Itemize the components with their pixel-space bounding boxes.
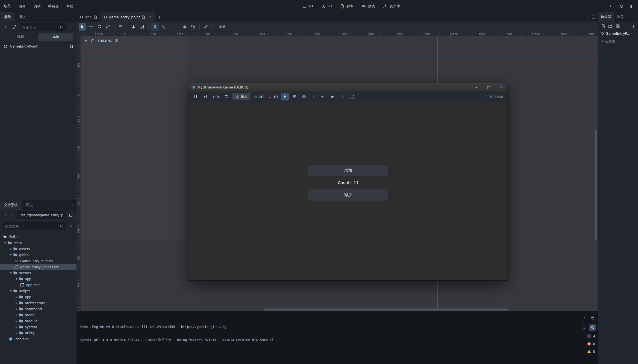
- workspace-3d-button[interactable]: 3D: [318, 3, 335, 10]
- close-tab-icon[interactable]: ×: [149, 15, 152, 19]
- fs-item[interactable]: ▶module: [0, 318, 76, 324]
- snap-options-icon[interactable]: [168, 23, 176, 31]
- nav-back-button[interactable]: ‹: [2, 212, 8, 218]
- remote-deploy-icon[interactable]: [610, 4, 615, 8]
- fs-item[interactable]: ▶model: [0, 312, 76, 318]
- errors-badge[interactable]: 0: [587, 342, 596, 346]
- add-node-button[interactable]: [2, 23, 9, 31]
- fs-item[interactable]: 收藏：: [0, 234, 76, 240]
- tab-filesystem[interactable]: 文件系统: [0, 200, 22, 210]
- move-tool-button[interactable]: [87, 23, 95, 31]
- dock-menu-icon[interactable]: [630, 12, 638, 22]
- file-filter-input[interactable]: [4, 224, 58, 229]
- camera-override-icon[interactable]: [329, 93, 336, 100]
- expand-arrow-icon[interactable]: ▶: [14, 332, 19, 334]
- menu-scene[interactable]: 场景: [0, 0, 15, 12]
- collapse-arrow-icon[interactable]: ▼: [8, 290, 13, 292]
- fs-item[interactable]: ▶utility: [0, 330, 76, 336]
- workspace-script-button[interactable]: 脚本: [337, 2, 356, 10]
- menu-project[interactable]: 项目: [15, 0, 29, 12]
- zoom-out-button[interactable]: [91, 39, 94, 43]
- center-view-icon[interactable]: [84, 39, 88, 43]
- group-node-button[interactable]: [189, 23, 197, 31]
- remote-toggle[interactable]: 远程: [3, 33, 38, 41]
- scene-tab-game-entry-point[interactable]: game_entry_point ×: [101, 12, 155, 22]
- fs-item[interactable]: ▶architecture: [0, 300, 76, 306]
- pause-icon[interactable]: [629, 4, 633, 8]
- game-window-titlebar[interactable]: MyGFrameworkGame (DEBUG) – □ ×: [189, 83, 507, 91]
- messages-badge[interactable]: 4: [587, 334, 596, 338]
- viewport-canvas[interactable]: 100.0 % MyGFrameworkGame (DEBUG) – □ × 1…: [81, 36, 598, 311]
- property-filter-row[interactable]: 筛选属性: [600, 38, 636, 45]
- warnings-badge[interactable]: 0: [587, 349, 596, 354]
- expand-arrow-icon[interactable]: ▶: [8, 248, 13, 250]
- filter-messages-icon[interactable]: [581, 324, 587, 331]
- instance-scene-button[interactable]: [11, 23, 18, 31]
- expand-arrow-icon[interactable]: ▶: [14, 314, 19, 316]
- tab-inspector[interactable]: 检查器: [598, 12, 614, 22]
- save-log-icon[interactable]: [581, 315, 587, 321]
- pan-tool-button[interactable]: [130, 23, 137, 31]
- skeleton-options-button[interactable]: [202, 23, 210, 31]
- expand-arrow-icon[interactable]: ▶: [14, 326, 19, 328]
- collapse-arrow-icon[interactable]: ▼: [8, 254, 13, 256]
- grid-snap-button[interactable]: [160, 23, 167, 31]
- resource-options-icon[interactable]: [632, 25, 635, 28]
- view-menu-button[interactable]: 视图: [215, 23, 228, 31]
- canvas-vscrollbar[interactable]: [595, 36, 598, 311]
- reload-icon[interactable]: [619, 4, 624, 8]
- hscroll-thumb[interactable]: [264, 309, 509, 310]
- tab-list-menu-icon[interactable]: [587, 15, 590, 19]
- fs-item[interactable]: ▶app: [0, 294, 76, 300]
- suspend-button[interactable]: [192, 93, 199, 100]
- collapse-arrow-icon[interactable]: ▼: [8, 272, 13, 274]
- time-scale-label[interactable]: 1.0x: [211, 95, 221, 99]
- fs-item[interactable]: ▼scripts: [0, 288, 76, 294]
- ruler-tool-button[interactable]: [138, 23, 146, 31]
- camera-2d-toggle[interactable]: 2D: [252, 95, 265, 99]
- expand-arrow-icon[interactable]: ▶: [14, 296, 19, 298]
- select-list-icon[interactable]: [291, 93, 298, 100]
- input-mode-toggle[interactable]: 输入: [232, 93, 250, 100]
- workspace-game-button[interactable]: 游戏: [359, 2, 378, 10]
- tab-signals[interactable]: 信号: [614, 12, 626, 22]
- nav-forward-button[interactable]: ›: [10, 212, 16, 218]
- select-tool-button[interactable]: [79, 23, 86, 31]
- collapse-arrow-icon[interactable]: ▼: [14, 278, 19, 280]
- scale-tool-button[interactable]: [104, 23, 112, 31]
- fs-item[interactable]: game_entry_point.tscn: [0, 264, 76, 270]
- camera-options-icon[interactable]: [338, 93, 346, 100]
- scene-tree-menu-icon[interactable]: [67, 23, 74, 31]
- fs-item[interactable]: ▼global: [0, 252, 76, 258]
- workspace-2d-button[interactable]: 2D: [299, 3, 316, 10]
- distraction-free-icon[interactable]: [592, 15, 595, 19]
- fs-item[interactable]: ▼app: [0, 276, 76, 282]
- fs-item[interactable]: icon.svg: [0, 336, 76, 342]
- camera-3d-toggle[interactable]: 3D: [267, 95, 279, 99]
- current-path-input[interactable]: [20, 213, 63, 217]
- expand-arrow-icon[interactable]: ▶: [14, 320, 19, 322]
- pick-mode-button[interactable]: [281, 93, 289, 100]
- fs-item[interactable]: ▶system: [0, 324, 76, 330]
- scene-tree-root-node[interactable]: GameEntryPoint: [0, 42, 76, 50]
- lock-node-button[interactable]: [181, 23, 188, 31]
- fs-item[interactable]: ▶assets: [0, 246, 76, 252]
- next-frame-button[interactable]: [201, 93, 209, 100]
- search-log-icon[interactable]: [589, 324, 596, 331]
- attached-script-icon[interactable]: [70, 45, 73, 48]
- edited-object-row[interactable]: GameEntryPoint: [598, 30, 638, 37]
- copy-log-icon[interactable]: [589, 315, 596, 321]
- menu-help[interactable]: 帮助: [63, 0, 77, 12]
- minimize-button[interactable]: –: [470, 83, 483, 91]
- embed-fullscreen-button[interactable]: [348, 93, 356, 100]
- menu-editor[interactable]: 编辑器: [44, 0, 63, 12]
- selection-options-icon[interactable]: [310, 93, 317, 100]
- increase-button[interactable]: 增加: [308, 164, 389, 177]
- fs-item[interactable]: ▶command: [0, 306, 76, 312]
- dock-menu-icon[interactable]: [68, 200, 76, 210]
- new-scene-tab-button[interactable]: +: [155, 12, 163, 22]
- fs-item[interactable]: ▼res://: [0, 240, 76, 246]
- menu-debug[interactable]: 调试: [29, 0, 44, 12]
- workspace-assetlib-button[interactable]: 资产库: [380, 2, 403, 10]
- load-resource-icon[interactable]: [608, 24, 613, 28]
